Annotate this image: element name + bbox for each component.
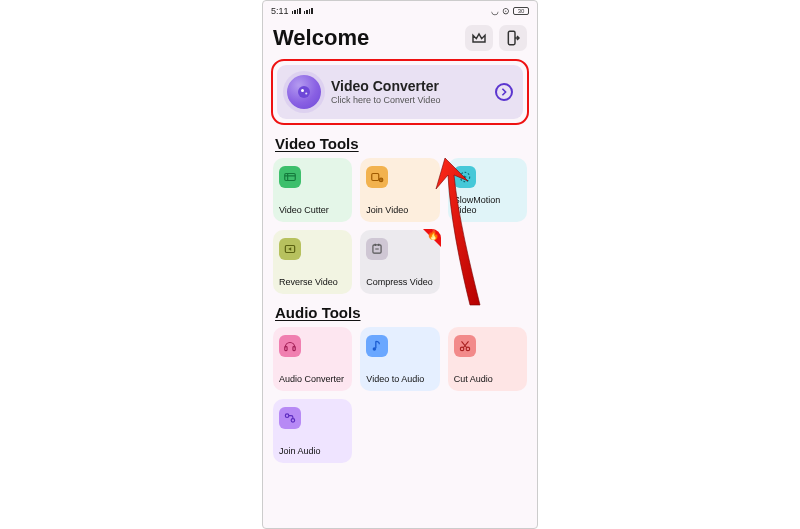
audio-converter-icon: [279, 335, 301, 357]
svg-rect-11: [293, 347, 295, 351]
slowmotion-icon: [454, 166, 476, 188]
chevron-right-icon: [500, 88, 508, 96]
tile-join-audio[interactable]: Join Audio: [273, 399, 352, 463]
compress-video-icon: [366, 238, 388, 260]
tile-label: Video Cutter: [279, 206, 346, 216]
svg-point-15: [285, 414, 289, 418]
tile-label: Audio Converter: [279, 375, 346, 385]
tile-compress-video[interactable]: 🔥 Compress Video: [360, 230, 439, 294]
cut-audio-icon: [454, 335, 476, 357]
video-converter-card[interactable]: Video Converter Click here to Convert Vi…: [277, 65, 523, 119]
audio-tools-grid: Audio Converter Video to Audio Cut Audio…: [263, 327, 537, 463]
video-to-audio-icon: [366, 335, 388, 357]
phone-frame: 5:11 ◡ ⊙ 30 Welcome: [262, 0, 538, 529]
tile-join-video[interactable]: Join Video: [360, 158, 439, 222]
page-title: Welcome: [273, 25, 369, 51]
video-cutter-icon: [279, 166, 301, 188]
tile-label: Reverse Video: [279, 278, 346, 288]
status-bar: 5:11 ◡ ⊙ 30: [263, 1, 537, 19]
svg-rect-0: [508, 31, 515, 44]
signal-icon: [292, 8, 301, 14]
status-time: 5:11: [271, 6, 289, 16]
svg-point-16: [291, 419, 295, 423]
tile-cut-audio[interactable]: Cut Audio: [448, 327, 527, 391]
svg-point-2: [301, 89, 304, 92]
tile-reverse-video[interactable]: Reverse Video: [273, 230, 352, 294]
reverse-video-icon: [279, 238, 301, 260]
crown-icon: [471, 31, 487, 45]
svg-rect-10: [285, 347, 287, 351]
flame-icon: 🔥: [427, 229, 439, 240]
hero-go-button[interactable]: [495, 83, 513, 101]
join-audio-icon: [279, 407, 301, 429]
alarm-icon: ⊙: [502, 6, 510, 16]
hero-highlight: Video Converter Click here to Convert Vi…: [271, 59, 529, 125]
svg-rect-5: [372, 174, 379, 181]
tile-label: Video to Audio: [366, 375, 433, 385]
tile-label: Join Audio: [279, 447, 346, 457]
hero-title: Video Converter: [331, 79, 485, 94]
signal-icon-2: [304, 8, 313, 14]
section-title-audio: Audio Tools: [275, 304, 525, 321]
tile-label: Cut Audio: [454, 375, 521, 385]
app-header: Welcome: [263, 19, 537, 59]
tile-audio-converter[interactable]: Audio Converter: [273, 327, 352, 391]
moon-icon: ◡: [491, 6, 499, 16]
svg-point-12: [373, 347, 377, 351]
svg-rect-4: [285, 174, 296, 181]
section-title-video: Video Tools: [275, 135, 525, 152]
svg-point-3: [305, 92, 307, 94]
tile-label: Compress Video: [366, 278, 433, 288]
svg-point-1: [298, 86, 310, 98]
exit-button[interactable]: [499, 25, 527, 51]
premium-button[interactable]: [465, 25, 493, 51]
tile-video-to-audio[interactable]: Video to Audio: [360, 327, 439, 391]
tile-label: SlowMotion Video: [454, 196, 521, 216]
tile-label: Join Video: [366, 206, 433, 216]
video-converter-icon: [287, 75, 321, 109]
join-video-icon: [366, 166, 388, 188]
video-tools-grid: Video Cutter Join Video SlowMotion Video…: [263, 158, 537, 294]
battery-icon: 30: [513, 7, 529, 15]
tile-video-cutter[interactable]: Video Cutter: [273, 158, 352, 222]
hero-subtitle: Click here to Convert Video: [331, 95, 485, 105]
tile-slowmotion[interactable]: SlowMotion Video: [448, 158, 527, 222]
door-exit-icon: [506, 30, 520, 46]
